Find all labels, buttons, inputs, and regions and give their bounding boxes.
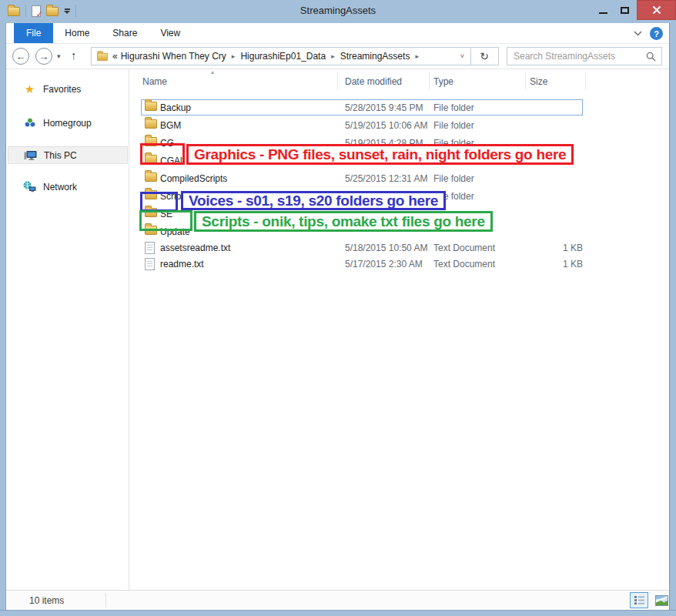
file-size: 1 KB — [491, 259, 583, 270]
back-button[interactable]: ← — [12, 48, 29, 65]
column-divider[interactable] — [585, 72, 586, 89]
file-name: readme.txt — [160, 259, 204, 270]
breadcrumb-separator-icon: ▸ — [411, 52, 423, 60]
folder-icon — [145, 102, 157, 111]
details-view-button[interactable] — [630, 592, 648, 608]
breadcrumb-segment[interactable]: StreamingAssets — [339, 51, 412, 62]
file-name: assetsreadme.txt — [160, 243, 230, 253]
sidebar-item-this-pc[interactable]: This PC — [8, 146, 128, 164]
maximize-icon — [621, 7, 629, 14]
search-box — [507, 47, 662, 65]
column-header-date-modified[interactable]: Date modified — [345, 76, 402, 87]
breadcrumb-segment[interactable]: Higurashi When They Cry — [119, 51, 228, 62]
sidebar-item-label: This PC — [44, 150, 77, 161]
breadcrumb: Higurashi When They Cry▸HigurashiEp01_Da… — [119, 51, 423, 62]
file-name: CompiledScripts — [160, 173, 227, 184]
minimize-icon — [599, 12, 607, 14]
main-content: ★FavoritesHomegroupThis PCNetwork ▴ Name… — [6, 69, 669, 590]
navigation-pane: ★FavoritesHomegroupThis PCNetwork — [6, 69, 129, 590]
column-header-type[interactable]: Type — [433, 76, 453, 87]
forward-button[interactable]: → — [35, 48, 52, 65]
file-date-modified: 5/28/2015 9:45 PM — [345, 102, 423, 113]
address-dropdown-icon[interactable]: ˅ — [460, 52, 466, 60]
file-row[interactable]: CompiledScripts5/25/2015 12:31 AMFile fo… — [130, 170, 669, 186]
chevron-down-icon[interactable] — [634, 31, 642, 36]
ribbon-tab-bar: FileHomeShareView ? — [6, 23, 669, 44]
sidebar-item-favorites[interactable]: ★Favorites — [8, 80, 128, 98]
file-row[interactable]: readme.txt5/17/2015 2:30 AMText Document… — [130, 256, 669, 272]
annotation-green-label: Scripts - onik, tips, omake txt files go… — [194, 211, 493, 232]
sort-ascending-icon: ▴ — [211, 69, 214, 75]
window-border-bottom — [0, 610, 676, 616]
breadcrumb-separator-icon: ▸ — [327, 52, 339, 60]
breadcrumb-segment[interactable]: HigurashiEp01_Data — [239, 51, 327, 62]
status-bar: 10 items — [6, 590, 669, 610]
file-date-modified: 5/18/2015 10:50 AM — [345, 243, 427, 253]
text-file-icon — [145, 242, 155, 254]
annotation-green-outline — [139, 210, 192, 231]
column-divider[interactable] — [525, 72, 526, 89]
help-icon[interactable]: ? — [650, 27, 663, 40]
navigation-bar: ← → ▾ ↑ « Higurashi When They Cry▸Higura… — [6, 44, 669, 69]
annotation-red-outline — [140, 143, 185, 165]
column-divider[interactable] — [337, 72, 338, 89]
column-divider[interactable] — [429, 72, 430, 89]
network-icon — [23, 181, 36, 193]
file-type: Text Document — [433, 259, 495, 270]
annotation-blue-outline — [140, 192, 178, 212]
up-button[interactable]: ↑ — [71, 49, 77, 62]
sidebar-item-label: Network — [43, 182, 77, 192]
minimize-button[interactable] — [593, 0, 613, 20]
folder-icon — [145, 172, 157, 182]
recent-locations-dropdown-icon[interactable]: ▾ — [57, 52, 61, 60]
breadcrumb-separator-icon: ▸ — [228, 52, 239, 60]
file-date-modified: 5/17/2015 2:30 AM — [345, 259, 423, 270]
file-row[interactable]: Backup5/28/2015 9:45 PMFile folder — [130, 99, 669, 116]
file-type: Text Document — [433, 243, 495, 253]
computer-icon — [24, 149, 37, 162]
maximize-button[interactable] — [614, 0, 634, 20]
file-type: File folder — [433, 173, 474, 184]
thumbnails-view-button[interactable] — [652, 592, 671, 608]
details-view-icon — [634, 595, 645, 605]
sidebar-item-label: Homegroup — [43, 118, 92, 129]
text-file-icon — [145, 258, 155, 270]
tab-file[interactable]: File — [14, 23, 53, 43]
homegroup-icon — [23, 117, 36, 129]
window-border-right[interactable] — [669, 23, 676, 616]
ribbon-tabs: FileHomeShareView — [6, 23, 192, 43]
address-bar[interactable]: « Higurashi When They Cry▸HigurashiEp01_… — [91, 47, 471, 65]
file-name: Backup — [160, 102, 191, 113]
annotation-red-label: Graphics - PNG files, sunset, rain, nigh… — [186, 144, 574, 165]
tab-view[interactable]: View — [149, 23, 192, 43]
item-count: 10 items — [29, 595, 64, 606]
window-title: StreamingAssets — [0, 0, 676, 22]
column-headers: ▴ NameDate modifiedTypeSize — [130, 69, 669, 92]
file-row[interactable]: assetsreadme.txt5/18/2015 10:50 AMText D… — [130, 239, 669, 256]
file-row[interactable]: BGM5/19/2015 10:06 AMFile folder — [130, 117, 669, 133]
search-input[interactable] — [507, 51, 646, 62]
star-icon: ★ — [23, 83, 36, 95]
search-icon[interactable] — [646, 52, 661, 62]
close-icon — [652, 5, 661, 15]
annotation-blue-label: Voices - s01, s19, s20 folders go here — [181, 191, 446, 210]
column-header-size[interactable]: Size — [530, 76, 547, 87]
tab-share[interactable]: Share — [101, 23, 149, 43]
refresh-button[interactable]: ↻ — [470, 47, 499, 65]
folder-icon — [97, 53, 108, 61]
column-header-name[interactable]: Name — [142, 76, 167, 87]
ribbon-right-controls: ? — [634, 23, 663, 44]
title-bar: ✓ StreamingAssets — [0, 0, 676, 23]
sidebar-item-network[interactable]: Network — [8, 178, 128, 196]
status-separator — [105, 593, 106, 608]
file-name: BGM — [160, 120, 181, 131]
file-date-modified: 5/19/2015 10:06 AM — [345, 120, 427, 131]
close-button[interactable] — [637, 0, 676, 20]
tab-home[interactable]: Home — [53, 23, 101, 43]
sidebar-item-homegroup[interactable]: Homegroup — [8, 114, 128, 132]
window-border-left — [0, 23, 6, 616]
file-rows: Backup5/28/2015 9:45 PMFile folderBGM5/1… — [130, 98, 669, 272]
breadcrumb-prefix: « — [112, 51, 119, 62]
sidebar-item-label: Favorites — [43, 84, 81, 95]
explorer-window: ✓ StreamingAssets FileHomeShareView ? ← … — [0, 0, 676, 616]
